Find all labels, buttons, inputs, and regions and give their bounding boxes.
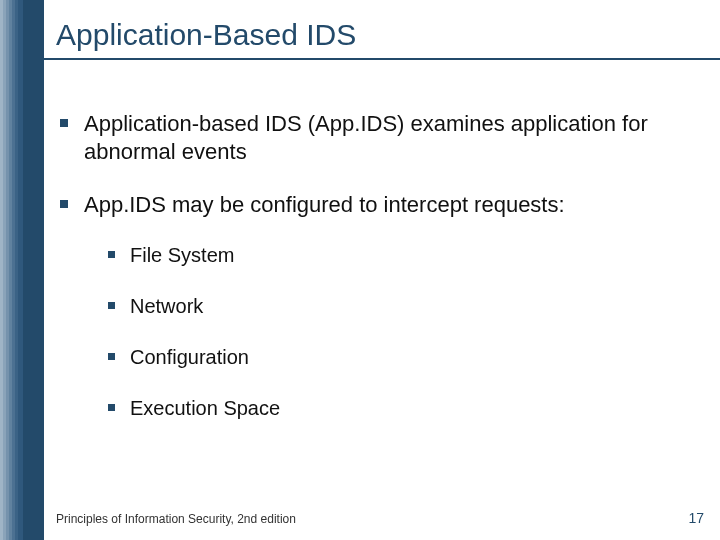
slide-content: Application-Based IDS — [56, 18, 700, 58]
bullet-item: Application-based IDS (App.IDS) examines… — [56, 110, 700, 165]
footer-source: Principles of Information Security, 2nd … — [56, 512, 296, 526]
sub-bullet-text: File System — [130, 244, 234, 266]
sub-bullet-text: Configuration — [130, 346, 249, 368]
title-underline — [44, 58, 720, 60]
bullet-text: Application-based IDS (App.IDS) examines… — [84, 111, 648, 164]
slide-body: Application-based IDS (App.IDS) examines… — [56, 110, 700, 447]
sidebar-decoration — [0, 0, 44, 540]
sub-bullet-text: Network — [130, 295, 203, 317]
sidebar-bar — [36, 0, 44, 540]
bullet-text: App.IDS may be configured to intercept r… — [84, 192, 565, 217]
bullet-item: App.IDS may be configured to intercept r… — [56, 191, 700, 421]
sub-bullet-item: Configuration — [106, 345, 700, 370]
page-number: 17 — [688, 510, 704, 526]
sidebar-bar — [28, 0, 36, 540]
sub-bullet-text: Execution Space — [130, 397, 280, 419]
sub-bullet-item: Network — [106, 294, 700, 319]
sub-bullet-item: File System — [106, 243, 700, 268]
sub-bullet-item: Execution Space — [106, 396, 700, 421]
slide-title: Application-Based IDS — [56, 18, 700, 52]
